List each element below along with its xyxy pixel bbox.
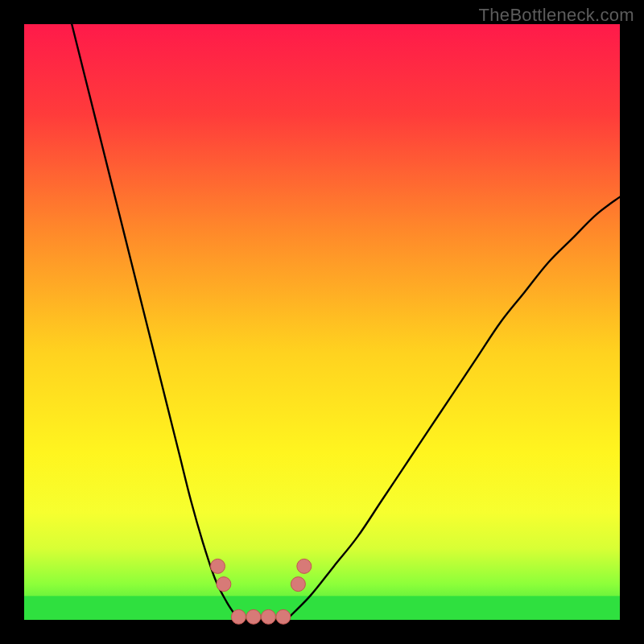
chart-svg <box>0 0 644 644</box>
marker-right-cluster-b <box>297 559 312 573</box>
marker-floor-d <box>276 609 291 624</box>
marker-floor-a <box>231 609 246 624</box>
marker-floor-b <box>246 609 261 624</box>
marker-left-cluster-b <box>217 577 231 592</box>
green-band <box>24 596 620 620</box>
plot-background <box>24 24 620 620</box>
chart-frame: TheBottleneck.com <box>0 0 644 644</box>
marker-right-cluster-a <box>291 577 305 592</box>
marker-floor-c <box>261 609 275 624</box>
marker-left-cluster-a <box>211 559 225 573</box>
